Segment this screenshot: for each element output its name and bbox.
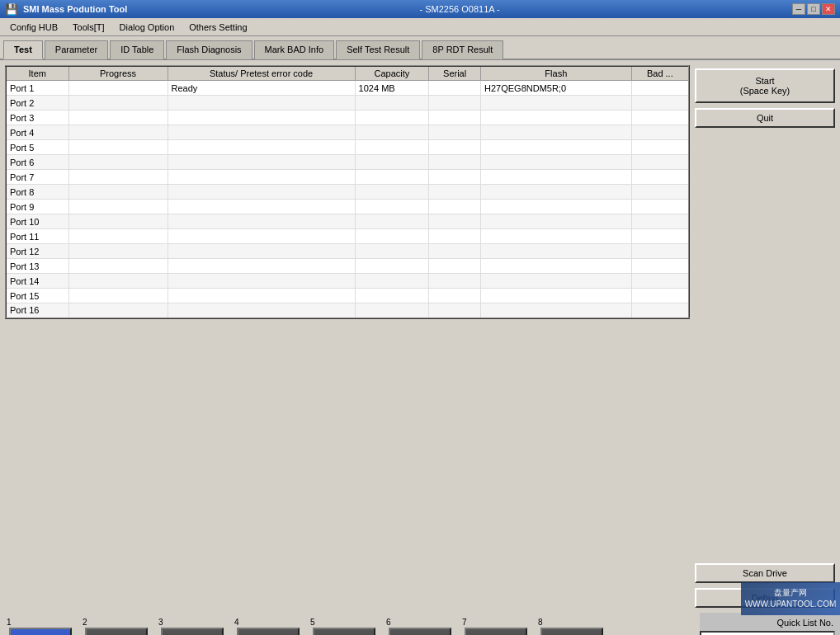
- title-center: - SM2256 O0811A -: [420, 4, 500, 14]
- drives-row-1: 11024 M2N3N4N5N6N7N8N: [5, 618, 695, 635]
- drive-slot: 8N: [536, 618, 607, 635]
- col-flash: Flash: [481, 66, 632, 81]
- tab-parameter[interactable]: Parameter: [45, 40, 108, 59]
- drive-number: 6: [386, 618, 391, 627]
- table-row[interactable]: Port 4: [6, 125, 689, 140]
- drive-number: 2: [83, 618, 87, 627]
- drives-and-right: 11024 M2N3N4N5N6N7N8N 9N10N11N12N13N14N1…: [0, 613, 840, 635]
- table-row[interactable]: Port 8: [6, 185, 689, 200]
- app-name: SMI Mass Podution Tool: [23, 4, 127, 14]
- tab-bar: Test Parameter ID Table Flash Diagnosis …: [0, 36, 840, 60]
- main-content: Item Progress Status/ Pretest error code…: [0, 60, 840, 613]
- drive-icon[interactable]: N: [465, 628, 527, 635]
- drive-slot: 3N: [157, 618, 228, 635]
- col-status: Status/ Pretest error code: [168, 66, 355, 81]
- drives-area: 11024 M2N3N4N5N6N7N8N 9N10N11N12N13N14N1…: [0, 613, 700, 635]
- drive-slot: 4N: [233, 618, 304, 635]
- menu-tools[interactable]: Tools[T]: [66, 21, 111, 34]
- start-button[interactable]: Start (Space Key): [695, 68, 835, 103]
- drive-slot: 11024 M: [5, 618, 76, 635]
- table-row[interactable]: Port 1Ready1024 MBH27QEG8NDM5R;0: [6, 81, 689, 96]
- table-row[interactable]: Port 2: [6, 96, 689, 111]
- col-bad: Bad ...: [631, 66, 689, 81]
- tab-flash-diagnosis[interactable]: Flash Diagnosis: [166, 40, 252, 59]
- table-row[interactable]: Port 10: [6, 214, 689, 229]
- tab-id-table[interactable]: ID Table: [110, 40, 164, 59]
- table-row[interactable]: Port 5: [6, 140, 689, 155]
- drive-icon[interactable]: N: [540, 628, 603, 635]
- maximize-button[interactable]: □: [807, 3, 820, 15]
- col-progress: Progress: [68, 66, 168, 81]
- drive-icon[interactable]: N: [389, 628, 451, 635]
- title-controls: ─ □ ✕: [792, 3, 835, 15]
- right-panel: Start (Space Key) Quit Scan Drive Debug: [695, 65, 835, 608]
- quick-list-input[interactable]: [700, 631, 835, 635]
- col-capacity: Capacity: [355, 66, 429, 81]
- title-bar-left: 💾 SMI Mass Podution Tool: [5, 3, 127, 16]
- drive-icon[interactable]: 1024 M: [9, 628, 72, 635]
- drive-number: 7: [462, 618, 467, 627]
- drive-slot: 5N: [309, 618, 380, 635]
- table-row[interactable]: Port 12: [6, 244, 689, 259]
- menu-bar: Config HUB Tools[T] Dialog Option Others…: [0, 18, 840, 36]
- col-serial: Serial: [429, 66, 481, 81]
- drive-number: 8: [538, 618, 543, 627]
- drives-section: 11024 M2N3N4N5N6N7N8N 9N10N11N12N13N14N1…: [0, 613, 700, 635]
- table-row[interactable]: Port 16: [6, 303, 689, 318]
- drive-icon[interactable]: N: [237, 628, 300, 635]
- drive-number: 4: [234, 618, 239, 627]
- watermark: 盘量产网 WWW.UPANTOOL.COM: [741, 582, 840, 615]
- drive-icon[interactable]: N: [161, 628, 224, 635]
- title-bar: 💾 SMI Mass Podution Tool - SM2256 O0811A…: [0, 0, 840, 18]
- tab-self-test-result[interactable]: Self Test Result: [336, 40, 420, 59]
- drive-slot: 7N: [460, 618, 531, 635]
- table-row[interactable]: Port 7: [6, 170, 689, 185]
- drive-number: 5: [310, 618, 315, 627]
- table-row[interactable]: Port 15: [6, 289, 689, 303]
- lower-area: 11024 M2N3N4N5N6N7N8N 9N10N11N12N13N14N1…: [0, 613, 840, 635]
- quick-list-label: Quick List No.: [700, 618, 835, 628]
- drive-slot: 2N: [81, 618, 152, 635]
- table-row[interactable]: Port 11: [6, 229, 689, 244]
- close-button[interactable]: ✕: [822, 3, 835, 15]
- right-quick-list: Quick List No. DRAM TEST Err Code Define…: [700, 613, 840, 635]
- drive-icon[interactable]: N: [313, 628, 375, 635]
- scan-drive-button[interactable]: Scan Drive: [695, 563, 835, 583]
- tab-8p-rdt-result[interactable]: 8P RDT Result: [422, 40, 503, 59]
- col-item: Item: [6, 66, 68, 81]
- drive-slot: 6N: [385, 618, 455, 635]
- table-panel: Item Progress Status/ Pretest error code…: [5, 65, 690, 608]
- table-row[interactable]: Port 9: [6, 200, 689, 214]
- port-table: Item Progress Status/ Pretest error code…: [5, 65, 690, 319]
- quit-button[interactable]: Quit: [695, 108, 835, 128]
- table-row[interactable]: Port 14: [6, 274, 689, 289]
- menu-dialog-option[interactable]: Dialog Option: [113, 21, 182, 34]
- watermark-text: 盘量产网 WWW.UPANTOOL.COM: [745, 587, 837, 610]
- app-icon: 💾: [5, 3, 18, 16]
- table-row[interactable]: Port 3: [6, 111, 689, 125]
- minimize-button[interactable]: ─: [792, 3, 805, 15]
- drive-number: 1: [7, 618, 12, 627]
- tab-mark-bad-info[interactable]: Mark BAD Info: [254, 40, 335, 59]
- table-row[interactable]: Port 6: [6, 155, 689, 170]
- tab-test[interactable]: Test: [3, 40, 43, 59]
- drive-icon[interactable]: N: [85, 628, 148, 635]
- drive-number: 3: [158, 618, 163, 627]
- menu-config-hub[interactable]: Config HUB: [3, 21, 64, 34]
- table-row[interactable]: Port 13: [6, 259, 689, 274]
- menu-others-setting[interactable]: Others Setting: [182, 21, 253, 34]
